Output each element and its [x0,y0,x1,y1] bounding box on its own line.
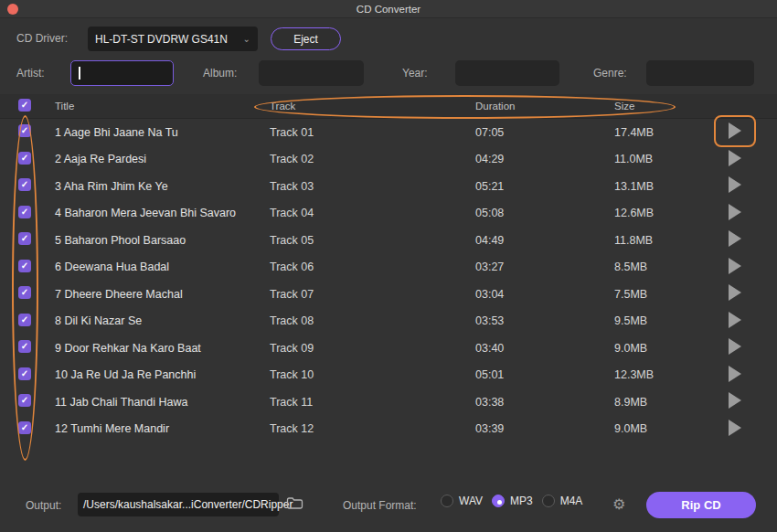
table-row[interactable]: 11 Jab Chali Thandi Hawa Track 11 03:38 … [0,388,777,416]
play-icon[interactable] [729,312,741,328]
row-checkbox[interactable] [18,340,31,353]
album-input[interactable] [259,60,364,86]
row-checkbox[interactable] [18,260,31,272]
track-duration: 05:21 [475,180,614,193]
track-size: 12.6MB [614,207,719,219]
row-checkbox[interactable] [18,367,31,380]
rip-cd-button[interactable]: Rip CD [646,492,756,518]
play-icon[interactable] [729,176,741,193]
track-title: 9 Door Rehkar Na Karo Baat [55,342,270,355]
track-size: 7.5MB [614,288,719,301]
table-row[interactable]: 1 Aage Bhi Jaane Na Tu Track 01 07:05 17… [0,119,777,146]
eject-button[interactable]: Eject [271,27,341,50]
column-duration: Duration [475,101,614,112]
play-icon[interactable] [729,150,741,166]
track-duration: 03:27 [475,261,614,273]
radio-icon[interactable] [542,495,555,507]
table-row[interactable]: 8 Dil Ki Nazar Se Track 08 03:53 9.5MB [0,308,777,335]
metadata-row: Artist: Album: Year: Genre: [0,60,777,86]
track-duration: 05:01 [475,368,614,381]
track-title: 7 Dheere Dheere Machal [55,288,270,301]
chevron-down-icon: ⌄ [243,34,250,44]
track-duration: 03:04 [475,288,614,301]
year-label: Year: [402,67,428,80]
select-all-checkbox[interactable] [18,99,31,112]
track-duration: 03:53 [475,314,614,327]
track-duration: 07:05 [475,126,614,139]
row-checkbox[interactable] [18,152,31,165]
track-size: 11.8MB [614,234,719,247]
track-number: Track 04 [270,207,475,219]
track-duration: 04:29 [475,153,614,165]
radio-icon[interactable] [492,495,505,507]
format-option-wav[interactable]: WAV [441,495,483,507]
play-icon[interactable] [729,420,741,436]
radio-icon[interactable] [441,495,453,507]
format-option-label: WAV [459,495,483,507]
row-checkbox[interactable] [18,286,31,299]
track-title: 10 Ja Re Ud Ja Re Panchhi [55,368,270,381]
window-title: CD Converter [0,0,777,18]
text-caret [79,67,80,80]
format-radio-group: WAVMP3M4A [441,495,582,507]
track-size: 9.0MB [614,422,719,435]
play-icon[interactable] [729,122,741,139]
column-title: Title [55,101,270,112]
row-checkbox[interactable] [18,421,31,434]
cd-converter-window: CD Converter CD Driver: HL-DT-ST DVDRW G… [0,0,777,532]
format-option-m4a[interactable]: M4A [542,495,583,507]
track-title: 2 Aaja Re Pardesi [55,153,270,165]
track-duration: 05:08 [475,207,614,219]
genre-label: Genre: [593,67,627,80]
row-checkbox[interactable] [18,232,31,245]
table-header: Title Track Duration Size [0,94,777,119]
row-checkbox[interactable] [18,178,31,191]
output-label: Output: [26,499,61,512]
table-row[interactable]: 5 Baharon Phool Barsaao Track 05 04:49 1… [0,227,777,254]
album-label: Album: [203,67,237,80]
row-checkbox[interactable] [18,394,31,407]
artist-label: Artist: [16,67,45,80]
play-icon[interactable] [729,258,741,274]
track-duration: 04:49 [475,234,614,247]
format-option-label: MP3 [510,495,533,507]
cd-driver-select[interactable]: HL-DT-ST DVDRW GS41N ⌄ [88,27,258,51]
track-number: Track 05 [270,234,475,247]
format-option-mp3[interactable]: MP3 [492,495,533,507]
table-row[interactable]: 9 Door Rehkar Na Karo Baat Track 09 03:4… [0,335,777,362]
table-row[interactable]: 12 Tumhi Mere Mandir Track 12 03:39 9.0M… [0,416,777,443]
play-icon[interactable] [729,338,741,355]
play-icon[interactable] [729,204,741,220]
genre-input[interactable] [646,60,754,86]
play-icon[interactable] [729,366,741,382]
play-icon[interactable] [729,284,741,301]
track-duration: 03:38 [475,396,614,409]
play-icon[interactable] [729,392,741,409]
track-size: 12.3MB [614,368,719,381]
track-title: 5 Baharon Phool Barsaao [55,234,270,247]
output-path-field[interactable]: /Users/kaushalsakar...iConverter/CDRippe… [78,493,279,516]
row-checkbox[interactable] [18,314,31,326]
column-track: Track [270,101,475,112]
track-number: Track 11 [270,396,475,409]
play-icon[interactable] [729,230,741,247]
track-title: 6 Deewana Hua Badal [55,261,270,273]
row-checkbox[interactable] [18,124,31,137]
gear-icon[interactable]: ⚙ [612,495,625,513]
folder-icon[interactable] [286,496,303,513]
table-row[interactable]: 7 Dheere Dheere Machal Track 07 03:04 7.… [0,281,777,308]
table-row[interactable]: 2 Aaja Re Pardesi Track 02 04:29 11.0MB [0,146,777,174]
table-row[interactable]: 6 Deewana Hua Badal Track 06 03:27 8.5MB [0,254,777,282]
table-row[interactable]: 10 Ja Re Ud Ja Re Panchhi Track 10 05:01… [0,362,777,389]
artist-input[interactable] [70,60,174,86]
format-option-label: M4A [560,495,583,507]
track-number: Track 07 [270,288,475,301]
table-row[interactable]: 3 Aha Rim Jhim Ke Ye Track 03 05:21 13.1… [0,173,777,200]
table-row[interactable]: 4 Baharon Mera Jeevan Bhi Savaro Track 0… [0,200,777,228]
year-input[interactable] [455,60,559,86]
column-size: Size [614,101,719,112]
titlebar: CD Converter [0,0,777,18]
row-checkbox[interactable] [18,206,31,218]
track-title: 3 Aha Rim Jhim Ke Ye [55,180,270,193]
track-number: Track 03 [270,180,475,193]
